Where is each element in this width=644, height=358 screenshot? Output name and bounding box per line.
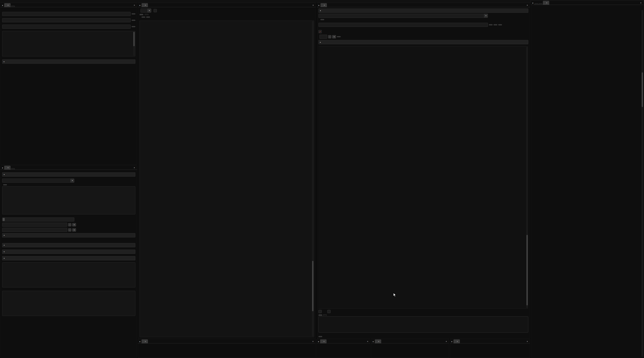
output-dir-input[interactable]: [2, 25, 131, 29]
tab-close-icon[interactable]: ×: [457, 340, 458, 343]
collapse-icon[interactable]: ▼: [1, 4, 4, 7]
window-close-icon[interactable]: ×: [311, 4, 315, 7]
focus-agent-combo[interactable]: ▼: [140, 8, 151, 12]
update-commit-button[interactable]: [320, 19, 324, 20]
collapse-icon[interactable]: ▼: [317, 341, 320, 343]
tab-theme[interactable]: [11, 6, 15, 7]
diagnostics-scrollbar[interactable]: [642, 10, 643, 357]
collapse-icon[interactable]: ▼: [1, 167, 4, 170]
tab-diagnostics[interactable]: ×: [543, 1, 549, 5]
git-directory-input[interactable]: [2, 12, 131, 16]
window-close-icon[interactable]: ×: [311, 340, 315, 343]
collapse-icon[interactable]: ▼: [450, 341, 454, 343]
tab-operations-hub[interactable]: ×: [142, 3, 148, 7]
tab-message[interactable]: [318, 315, 322, 316]
scroll-thumb[interactable]: [133, 32, 135, 46]
fetch-models-button[interactable]: [3, 184, 7, 185]
window-close-icon[interactable]: ×: [639, 1, 643, 5]
history-limit-minus-button[interactable]: -: [68, 228, 71, 231]
scroll-thumb[interactable]: [642, 72, 643, 107]
keep-pairs-input[interactable]: [320, 35, 327, 39]
tab-log-management[interactable]: [539, 3, 542, 5]
discussion-history[interactable]: [318, 46, 528, 309]
main-context-browse-button[interactable]: [132, 20, 135, 21]
project-prompt-textarea[interactable]: [2, 291, 135, 316]
tab-close-icon[interactable]: ×: [324, 4, 325, 6]
to-history-button[interactable]: [318, 336, 322, 337]
tab-discussion-hub[interactable]: ×: [320, 3, 327, 7]
tab-tier2-tech-lead[interactable]: ×: [320, 340, 326, 343]
tab-comms-history[interactable]: [140, 14, 143, 15]
history-limit-input[interactable]: [2, 228, 67, 232]
clear-button[interactable]: [142, 16, 145, 17]
rename-button[interactable]: [494, 24, 497, 25]
tab-tier3-workers[interactable]: ×: [375, 340, 381, 343]
tab-close-icon[interactable]: ×: [145, 4, 146, 6]
max-tokens-minus-button[interactable]: -: [68, 223, 71, 226]
tab-close-icon[interactable]: ×: [8, 166, 9, 169]
truncate-button[interactable]: [337, 36, 340, 37]
discussion-combo[interactable]: ▼: [318, 14, 488, 18]
auto-add-checkbox[interactable]: ✓: [318, 30, 322, 33]
keep-pairs-plus-button[interactable]: +: [332, 35, 336, 38]
comms-log[interactable]: [140, 21, 314, 337]
collapse-icon[interactable]: ▼: [138, 341, 142, 343]
tab-ai-settings[interactable]: ×: [4, 166, 10, 170]
provider-model-header[interactable]: ▼: [2, 172, 135, 177]
temperature-slider[interactable]: [2, 217, 74, 221]
session-insights-header[interactable]: ▼: [2, 250, 135, 254]
tab-response[interactable]: [323, 315, 327, 316]
provider-combo[interactable]: ▼: [2, 179, 74, 182]
collapse-icon[interactable]: ▼: [372, 341, 375, 343]
scroll-thumb[interactable]: [526, 235, 528, 305]
window-close-icon[interactable]: ×: [132, 4, 136, 7]
tab-context-hub[interactable]: ×: [4, 3, 10, 7]
tab-files-media[interactable]: [11, 168, 15, 170]
tab-tier4-qa[interactable]: ×: [454, 340, 460, 343]
history-scrollbar[interactable]: [526, 47, 528, 308]
tab-close-icon[interactable]: ×: [145, 340, 146, 343]
window-close-icon[interactable]: ×: [525, 340, 529, 343]
token-budget-header[interactable]: ▼: [2, 233, 135, 237]
keep-pairs-minus-button[interactable]: -: [328, 35, 331, 38]
global-prompt-textarea[interactable]: [2, 262, 135, 287]
popout-tool-calls-checkbox[interactable]: [154, 9, 157, 12]
tab-mma-dashboard[interactable]: [534, 3, 538, 5]
max-tokens-plus-button[interactable]: +: [72, 223, 76, 226]
discussions-header[interactable]: ▼: [318, 8, 528, 13]
history-limit-plus-button[interactable]: +: [72, 228, 76, 231]
tab-close-icon[interactable]: ×: [546, 1, 548, 4]
git-browse-button[interactable]: [132, 13, 135, 14]
collapse-icon[interactable]: ▼: [138, 4, 142, 7]
discussion-name-input[interactable]: [318, 23, 488, 27]
popout-response-checkbox[interactable]: [327, 310, 330, 313]
window-close-icon[interactable]: ×: [366, 340, 370, 343]
system-prompts-header[interactable]: ▼: [2, 256, 135, 260]
message-error-box[interactable]: [318, 317, 528, 333]
load-log-button[interactable]: [146, 16, 150, 17]
tool-usage-header[interactable]: ▼: [2, 243, 135, 247]
log-scrollbar[interactable]: [312, 21, 314, 337]
output-dir-browse-button[interactable]: [132, 26, 135, 27]
tab-close-icon[interactable]: ×: [8, 4, 9, 6]
tab-close-icon[interactable]: ×: [323, 340, 325, 343]
tab-tool-calls[interactable]: [145, 14, 148, 15]
collapse-icon[interactable]: ▼: [531, 2, 534, 5]
delete-button[interactable]: [498, 24, 502, 25]
scroll-thumb[interactable]: [312, 261, 314, 311]
window-close-icon[interactable]: ×: [525, 4, 529, 7]
tab-close-icon[interactable]: ×: [378, 340, 379, 343]
files-scrollbar[interactable]: [133, 31, 135, 56]
tab-tier1-strategy[interactable]: ×: [142, 340, 148, 343]
tier3-window: ▼ × ×: [371, 339, 449, 358]
agent-tools-header[interactable]: ▶: [2, 59, 135, 64]
window-close-icon[interactable]: ×: [132, 166, 136, 170]
collapse-icon[interactable]: ▼: [317, 4, 320, 7]
create-button[interactable]: [489, 24, 492, 25]
window-close-icon[interactable]: ×: [444, 340, 448, 343]
max-tokens-input[interactable]: [2, 223, 67, 227]
popout-message-checkbox[interactable]: [318, 310, 322, 313]
chevron-down-icon: ▼: [4, 244, 4, 246]
main-context-file-input[interactable]: [2, 18, 131, 22]
roles-header[interactable]: ▶: [318, 40, 528, 44]
